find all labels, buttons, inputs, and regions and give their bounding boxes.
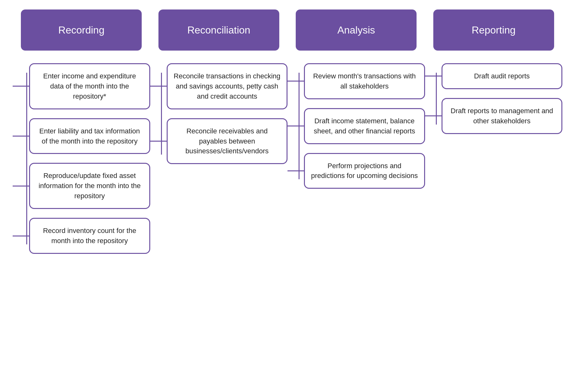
- list-item: Review month's transactions with all sta…: [288, 63, 425, 99]
- connector-line: [288, 170, 304, 171]
- header-reconciliation: Reconciliation: [158, 9, 279, 51]
- item-box-reporting-1: Draft reports to management and other st…: [442, 98, 562, 134]
- item-box-analysis-0: Review month's transactions with all sta…: [304, 63, 425, 99]
- column-reporting: ReportingDraft audit reportsDraft report…: [425, 9, 563, 134]
- list-item: Perform projections and predictions for …: [288, 153, 425, 189]
- header-reporting: Reporting: [433, 9, 554, 51]
- item-box-reporting-0: Draft audit reports: [442, 63, 562, 89]
- item-box-recording-1: Enter liability and tax information of t…: [29, 118, 150, 154]
- item-box-analysis-2: Perform projections and predictions for …: [304, 153, 425, 189]
- item-box-recording-2: Reproduce/update fixed asset information…: [29, 163, 150, 209]
- list-item: Reproduce/update fixed asset information…: [13, 163, 150, 209]
- list-item: Enter liability and tax information of t…: [13, 118, 150, 154]
- connector-line: [288, 126, 304, 126]
- connector-line: [425, 115, 442, 116]
- list-item: Reconcile transactions in checking and s…: [150, 63, 288, 109]
- items-analysis: Review month's transactions with all sta…: [288, 63, 425, 189]
- connector-line: [13, 236, 29, 236]
- connector-line: [288, 81, 304, 82]
- header-recording: Recording: [21, 9, 142, 51]
- items-reconciliation: Reconcile transactions in checking and s…: [150, 63, 288, 164]
- list-item: Draft reports to management and other st…: [425, 98, 563, 134]
- list-item: Enter income and expenditure data of the…: [13, 63, 150, 109]
- items-recording: Enter income and expenditure data of the…: [13, 63, 150, 254]
- column-analysis: AnalysisReview month's transactions with…: [288, 9, 425, 189]
- column-reconciliation: ReconciliationReconcile transactions in …: [150, 9, 288, 164]
- connector-line: [13, 136, 29, 137]
- item-box-analysis-1: Draft income statement, balance sheet, a…: [304, 108, 425, 144]
- connector-line: [13, 186, 29, 187]
- connector-line: [150, 86, 167, 87]
- list-item: Draft audit reports: [425, 63, 563, 89]
- diagram: RecordingEnter income and expenditure da…: [13, 9, 562, 254]
- item-box-reconciliation-0: Reconcile transactions in checking and s…: [167, 63, 288, 109]
- connector-line: [13, 86, 29, 87]
- items-reporting: Draft audit reportsDraft reports to mana…: [425, 63, 563, 134]
- item-box-recording-0: Enter income and expenditure data of the…: [29, 63, 150, 109]
- list-item: Draft income statement, balance sheet, a…: [288, 108, 425, 144]
- item-box-recording-3: Record inventory count for the month int…: [29, 218, 150, 254]
- item-box-reconciliation-1: Reconcile receivables and payables betwe…: [167, 118, 288, 164]
- list-item: Reconcile receivables and payables betwe…: [150, 118, 288, 164]
- connector-line: [150, 141, 167, 142]
- connector-line: [425, 76, 442, 77]
- column-recording: RecordingEnter income and expenditure da…: [13, 9, 150, 254]
- header-analysis: Analysis: [296, 9, 417, 51]
- list-item: Record inventory count for the month int…: [13, 218, 150, 254]
